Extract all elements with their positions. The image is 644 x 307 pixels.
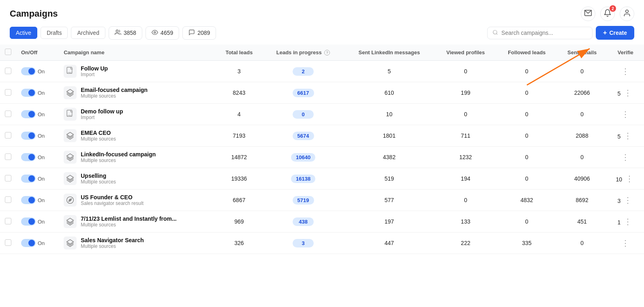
table-row: On 7/11/23 Lemlist and Instantly from...… — [0, 211, 644, 232]
campaign-text-5: LinkedIn-focused campaign Multiple sourc… — [81, 151, 156, 163]
row-checkbox-8[interactable] — [5, 218, 11, 224]
sent-emails-1: 0 — [557, 61, 607, 82]
verified-7: 3 ⋮ — [607, 190, 644, 211]
col-sent-emails: Sent emails — [557, 45, 607, 61]
user-icon — [623, 9, 631, 19]
toggle-switch-6[interactable] — [21, 175, 36, 183]
layers-icon — [64, 172, 77, 185]
row-more-button-9[interactable]: ⋮ — [620, 238, 631, 248]
svg-text:CSV: CSV — [68, 115, 72, 117]
toggle-label-3: On — [38, 111, 45, 117]
viewed-profiles-4: 711 — [435, 125, 496, 147]
row-toggle-1: On — [21, 67, 54, 75]
row-toggle-4: On — [21, 132, 54, 140]
row-checkbox-3[interactable] — [5, 111, 11, 117]
total-leads-8: 969 — [216, 211, 263, 232]
sent-linkedin-4: 1801 — [344, 125, 435, 147]
campaign-name-9: Sales Navigator Search — [81, 237, 144, 243]
verified-6: 10 ⋮ — [607, 168, 644, 190]
row-more-button-1[interactable]: ⋮ — [620, 66, 631, 76]
col-sent-linkedin: Sent LinkedIn messages — [344, 45, 435, 61]
svg-point-4 — [116, 30, 118, 32]
table-row: On LinkedIn-focused campaign Multiple so… — [0, 147, 644, 168]
search-input[interactable] — [501, 30, 582, 36]
verified-1: ⋮ — [607, 61, 644, 82]
campaign-source-6: Multiple sources — [81, 179, 116, 185]
row-toggle-8: On — [21, 217, 54, 226]
sent-emails-8: 451 — [557, 211, 607, 232]
toggle-switch-5[interactable] — [21, 153, 36, 161]
col-followed-leads: Followed leads — [496, 45, 557, 61]
row-checkbox-6[interactable] — [5, 175, 11, 181]
leads-in-progress-3: 0 — [263, 104, 344, 125]
select-all-checkbox[interactable] — [5, 49, 11, 55]
campaign-info-3: CSV Demo follow up Import — [64, 108, 211, 121]
toggle-switch-3[interactable] — [21, 110, 36, 118]
viewed-profiles-8: 133 — [435, 211, 496, 232]
verified-3: ⋮ — [607, 104, 644, 125]
row-checkbox-7[interactable] — [5, 196, 11, 203]
sent-emails-9: 0 — [557, 232, 607, 254]
toggle-switch-8[interactable] — [21, 217, 36, 226]
campaign-name-5: LinkedIn-focused campaign — [81, 151, 156, 158]
layers-icon — [64, 237, 77, 249]
leads-in-progress-1: 2 — [263, 61, 344, 82]
row-more-button-4[interactable]: ⋮ — [622, 131, 633, 141]
header-icons: 2 — [581, 6, 634, 21]
toggle-switch-4[interactable] — [21, 132, 36, 140]
row-more-button-2[interactable]: ⋮ — [622, 88, 633, 98]
mail-button[interactable] — [581, 6, 595, 21]
col-leads-in-progress: Leads in progress ? — [263, 45, 344, 61]
campaign-source-4: Multiple sources — [81, 136, 116, 142]
row-more-button-3[interactable]: ⋮ — [620, 109, 631, 119]
total-leads-3: 4 — [216, 104, 263, 125]
notifications-button[interactable]: 2 — [600, 6, 615, 21]
leads-count: 3858 — [124, 30, 136, 36]
search-campaigns[interactable] — [487, 27, 593, 39]
user-menu-button[interactable] — [620, 6, 634, 21]
campaign-source-1: Import — [81, 72, 108, 77]
table-row: On CSV Follow Up Import 3 2 5 0 0 0 — [0, 61, 644, 82]
toggle-switch-1[interactable] — [21, 67, 36, 75]
people-icon — [115, 29, 121, 37]
viewed-profiles-3: 0 — [435, 104, 496, 125]
mail-icon — [584, 9, 592, 19]
campaign-name-2: Email-focused campaign — [81, 87, 148, 93]
toggle-label-6: On — [38, 176, 45, 182]
col-viewed-profiles: Viewed profiles — [435, 45, 496, 61]
page-title: Campaigns — [10, 9, 58, 19]
row-checkbox-9[interactable] — [5, 239, 11, 246]
row-more-button-6[interactable]: ⋮ — [624, 174, 635, 183]
campaign-info-1: CSV Follow Up Import — [64, 65, 211, 78]
campaign-info-4: EMEA CEO Multiple sources — [64, 129, 211, 142]
viewed-profiles-1: 0 — [435, 61, 496, 82]
toggle-label-7: On — [38, 197, 45, 203]
create-button[interactable]: + Create — [596, 26, 634, 40]
toggle-label-9: On — [38, 240, 45, 246]
col-total-leads: Total leads — [216, 45, 263, 61]
svg-point-5 — [154, 32, 156, 33]
toggle-switch-2[interactable] — [21, 89, 36, 97]
row-checkbox-1[interactable] — [5, 68, 11, 74]
table-row: On EMEA CEO Multiple sources 7193 5674 1… — [0, 125, 644, 147]
toggle-label-5: On — [38, 154, 45, 160]
row-checkbox-2[interactable] — [5, 89, 11, 96]
toggle-switch-9[interactable] — [21, 239, 36, 247]
toggle-switch-7[interactable] — [21, 196, 36, 204]
followed-leads-2: 0 — [496, 82, 557, 104]
tab-drafts[interactable]: Drafts — [41, 27, 68, 39]
row-checkbox-4[interactable] — [5, 132, 11, 139]
campaign-source-3: Import — [81, 115, 123, 120]
tab-archived[interactable]: Archived — [71, 27, 105, 39]
row-more-button-5[interactable]: ⋮ — [620, 152, 631, 162]
tab-active[interactable]: Active — [10, 27, 37, 39]
row-more-button-8[interactable]: ⋮ — [622, 217, 633, 226]
toggle-label-2: On — [38, 90, 45, 96]
followed-leads-6: 0 — [496, 168, 557, 190]
row-checkbox-5[interactable] — [5, 154, 11, 160]
col-onoff: On/Off — [16, 45, 59, 61]
sent-linkedin-8: 197 — [344, 211, 435, 232]
verified-8: 1 ⋮ — [607, 211, 644, 232]
row-more-button-7[interactable]: ⋮ — [622, 195, 633, 205]
plus-icon: + — [603, 29, 607, 36]
